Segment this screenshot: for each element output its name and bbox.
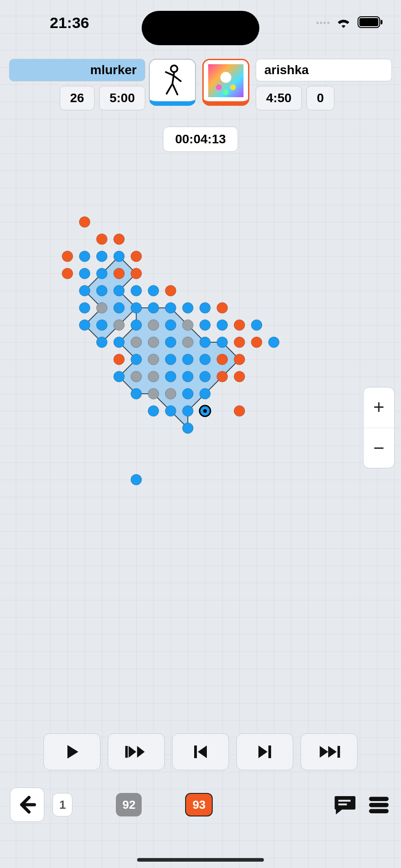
dot-grey[interactable]	[165, 388, 176, 399]
dot-blue[interactable]	[200, 337, 210, 348]
dot-blue[interactable]	[182, 388, 193, 399]
dot-blue[interactable]	[148, 406, 159, 416]
dot-blue[interactable]	[200, 388, 210, 399]
skip-end-button[interactable]	[301, 733, 358, 770]
dot-orange[interactable]	[234, 320, 245, 330]
playback-controls	[43, 733, 358, 770]
dot-blue[interactable]	[114, 251, 124, 262]
dot-blue[interactable]	[79, 251, 90, 262]
dot-blue[interactable]	[165, 406, 176, 416]
dot-blue[interactable]	[114, 337, 124, 348]
svg-rect-6	[194, 745, 197, 758]
dot-blue[interactable]	[182, 371, 193, 382]
dot-blue[interactable]	[200, 302, 210, 313]
dot-grey[interactable]	[96, 302, 107, 313]
dot-grey[interactable]	[148, 337, 159, 348]
dot-blue[interactable]	[148, 285, 159, 296]
dot-blue[interactable]	[165, 337, 176, 348]
dot-blue[interactable]	[165, 320, 176, 330]
svg-rect-9	[339, 800, 351, 802]
dot-orange[interactable]	[217, 354, 228, 365]
dot-grey[interactable]	[182, 320, 193, 330]
dot-blue[interactable]	[131, 354, 142, 365]
dot-blue[interactable]	[131, 320, 142, 330]
dot-blue[interactable]	[79, 320, 90, 330]
dot-orange[interactable]	[217, 302, 228, 313]
dot-grey[interactable]	[114, 320, 124, 330]
dot-blue[interactable]	[165, 371, 176, 382]
dot-orange[interactable]	[114, 268, 124, 279]
dot-orange[interactable]	[114, 354, 124, 365]
dot-blue[interactable]	[96, 268, 107, 279]
dot-blue[interactable]	[200, 371, 210, 382]
dot-blue[interactable]	[96, 251, 107, 262]
step-back-button[interactable]	[172, 733, 229, 770]
svg-rect-5	[125, 746, 128, 758]
dot-orange[interactable]	[114, 234, 124, 245]
dot-orange[interactable]	[79, 217, 90, 227]
dot-blue[interactable]	[251, 320, 262, 330]
dot-blue[interactable]	[182, 302, 193, 313]
dot-orange[interactable]	[62, 268, 73, 279]
dot-blue[interactable]	[148, 302, 159, 313]
dot-blue[interactable]	[131, 302, 142, 313]
dot-blue[interactable]	[182, 406, 193, 416]
dot-blue[interactable]	[217, 320, 228, 330]
dot-orange[interactable]	[251, 337, 262, 348]
dot-grey[interactable]	[148, 371, 159, 382]
step-forward-button[interactable]	[236, 733, 293, 770]
dot-orange[interactable]	[96, 234, 107, 245]
skip-start-button[interactable]	[108, 733, 165, 770]
dot-orange[interactable]	[234, 337, 245, 348]
dot-blue[interactable]	[114, 302, 124, 313]
move-chip-first[interactable]: 1	[53, 793, 72, 816]
dot-blue[interactable]	[131, 285, 142, 296]
svg-rect-8	[338, 746, 340, 758]
move-chip-prev[interactable]: 92	[116, 793, 142, 816]
home-indicator	[137, 858, 264, 862]
dot-grey[interactable]	[182, 337, 193, 348]
dot-orange[interactable]	[131, 268, 142, 279]
dot-orange[interactable]	[234, 406, 245, 416]
dot-blue[interactable]	[182, 354, 193, 365]
dot-blue[interactable]	[96, 337, 107, 348]
dot-grey[interactable]	[131, 337, 142, 348]
dot-orange[interactable]	[234, 371, 245, 382]
chat-button[interactable]	[332, 793, 357, 817]
dot-orange[interactable]	[234, 354, 245, 365]
territory	[85, 256, 136, 342]
move-chip-current[interactable]: 93	[185, 793, 213, 816]
dot-blue[interactable]	[200, 320, 210, 330]
dot-blue[interactable]	[114, 285, 124, 296]
dot-blue[interactable]	[114, 371, 124, 382]
dot-blue[interactable]	[182, 423, 193, 434]
dot-blue[interactable]	[268, 337, 279, 348]
dot-grey[interactable]	[148, 388, 159, 399]
dot-orange[interactable]	[217, 371, 228, 382]
dot-blue[interactable]	[79, 302, 90, 313]
dot-blue[interactable]	[165, 302, 176, 313]
dot-blue[interactable]	[96, 320, 107, 330]
dot-blue[interactable]	[79, 268, 90, 279]
dot-blue[interactable]	[79, 285, 90, 296]
zoom-out-button[interactable]: −	[363, 428, 394, 468]
svg-point-4	[203, 409, 207, 413]
dot-blue[interactable]	[165, 354, 176, 365]
svg-rect-13	[369, 809, 388, 813]
dot-blue[interactable]	[96, 285, 107, 296]
back-button[interactable]	[10, 788, 44, 822]
dot-grey[interactable]	[148, 354, 159, 365]
dot-orange[interactable]	[165, 285, 176, 296]
dot-blue[interactable]	[131, 474, 142, 485]
dot-orange[interactable]	[131, 251, 142, 262]
dot-blue[interactable]	[200, 354, 210, 365]
dot-blue[interactable]	[217, 337, 228, 348]
dot-orange[interactable]	[62, 251, 73, 262]
menu-button[interactable]	[367, 793, 391, 817]
svg-rect-10	[339, 803, 347, 805]
dot-grey[interactable]	[131, 371, 142, 382]
zoom-in-button[interactable]: +	[363, 387, 394, 428]
dot-blue[interactable]	[131, 388, 142, 399]
dot-grey[interactable]	[148, 320, 159, 330]
play-button[interactable]	[43, 733, 100, 770]
